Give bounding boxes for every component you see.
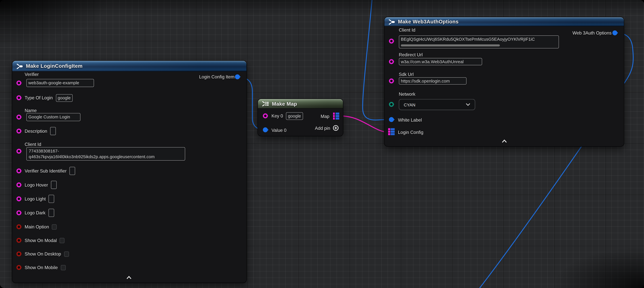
login-config-label: Login Config bbox=[398, 130, 424, 135]
logo-dark-input[interactable] bbox=[48, 209, 54, 217]
value-0-pin[interactable] bbox=[263, 127, 268, 132]
redirect-url-label: Redirect Url bbox=[399, 52, 422, 57]
node-title: Make Web3AuthOptions bbox=[398, 19, 458, 25]
show-on-desktop-label: Show On Desktop bbox=[25, 251, 61, 256]
show-on-mobile-pin[interactable] bbox=[16, 265, 21, 270]
name-pin[interactable] bbox=[16, 115, 21, 120]
login-config-item-out-pin[interactable] bbox=[235, 74, 240, 79]
type-of-login-pin[interactable] bbox=[16, 95, 21, 100]
collapse-node-button[interactable] bbox=[502, 139, 507, 143]
login-config-pin[interactable] bbox=[388, 128, 394, 135]
client-id-input[interactable]: BEglQSgt4cUWcj6SKRdu5QkOXTsePmMcusG5EAoy… bbox=[399, 35, 559, 49]
client-id-value: 774338308167-q463s7kpvja16l4l0kko3nb925i… bbox=[27, 148, 185, 161]
chevron-down-icon bbox=[466, 103, 470, 106]
key-0-input[interactable]: google bbox=[286, 112, 303, 120]
key-0-label: Key 0 bbox=[272, 113, 283, 118]
description-pin[interactable] bbox=[16, 129, 21, 134]
show-on-modal-pin[interactable] bbox=[16, 238, 21, 243]
redirect-url-input[interactable]: w3a://com.w3a.Web3AuthUnreal bbox=[399, 58, 482, 65]
description-label: Description bbox=[25, 129, 48, 134]
show-on-modal-label: Show On Modal bbox=[25, 238, 57, 243]
verifier-value: web3auth-google-example bbox=[27, 79, 94, 86]
map-output-pin[interactable] bbox=[333, 113, 339, 119]
type-of-login-input[interactable]: google bbox=[56, 94, 73, 102]
client-id-label: Client Id bbox=[25, 142, 41, 147]
white-label-pin[interactable] bbox=[389, 117, 394, 122]
description-input[interactable] bbox=[50, 127, 56, 135]
make-struct-icon bbox=[16, 63, 24, 69]
verifier-pin[interactable] bbox=[16, 81, 21, 86]
output-label: Web 3Auth Options bbox=[572, 31, 612, 36]
key-0-value: google bbox=[288, 113, 301, 118]
verifier-sub-identifier-input[interactable] bbox=[70, 167, 75, 175]
client-id-pin[interactable] bbox=[16, 149, 21, 154]
logo-hover-pin[interactable] bbox=[16, 182, 21, 187]
node-title: Make LoginConfigItem bbox=[26, 63, 82, 69]
main-option-label: Main Option bbox=[25, 224, 49, 229]
add-pin-label: Add pin bbox=[315, 126, 330, 131]
logo-dark-pin[interactable] bbox=[16, 210, 21, 215]
blueprint-editor: Make LoginConfigItem Login Config Item V… bbox=[0, 0, 644, 288]
network-pin[interactable] bbox=[389, 102, 394, 107]
client-id-scrollbar[interactable] bbox=[401, 44, 500, 46]
network-label: Network bbox=[399, 92, 415, 97]
web3auth-options-out-pin[interactable] bbox=[612, 31, 618, 36]
logo-light-label: Logo Light bbox=[25, 196, 46, 201]
name-value: Google Custom Login bbox=[27, 113, 80, 120]
make-struct-icon bbox=[388, 19, 396, 25]
logo-hover-label: Logo Hover bbox=[25, 182, 48, 187]
sdk-url-pin[interactable] bbox=[389, 78, 394, 83]
node-make-map[interactable]: Make Map Key 0 google Value 0 Map Add pi… bbox=[258, 99, 343, 136]
make-map-icon bbox=[262, 101, 269, 107]
verifier-input[interactable]: web3auth-google-example bbox=[26, 79, 94, 87]
show-on-mobile-checkbox[interactable] bbox=[61, 265, 66, 270]
main-option-pin[interactable] bbox=[16, 224, 21, 229]
redirect-url-value: w3a://com.w3a.Web3AuthUnreal bbox=[399, 58, 482, 65]
show-on-modal-checkbox[interactable] bbox=[60, 238, 65, 243]
sdk-url-label: Sdk Url bbox=[399, 72, 414, 77]
redirect-url-pin[interactable] bbox=[389, 59, 394, 64]
logo-hover-input[interactable] bbox=[51, 181, 56, 189]
client-id-value: BEglQSgt4cUWcj6SKRdu5QkOXTsePmMcusG5EAoy… bbox=[399, 36, 558, 42]
circle-plus-icon bbox=[333, 125, 339, 131]
add-pin-button[interactable]: Add pin bbox=[315, 125, 339, 131]
node-title: Make Map bbox=[272, 101, 297, 107]
client-id-pin[interactable] bbox=[389, 39, 394, 44]
verifier-sub-identifier-label: Verifier Sub Identifier bbox=[25, 168, 67, 173]
node-header[interactable]: Make Map bbox=[258, 99, 343, 109]
node-make-web3auth-options[interactable]: Make Web3AuthOptions Web 3Auth Options C… bbox=[384, 17, 624, 146]
node-header[interactable]: Make LoginConfigItem bbox=[12, 61, 246, 71]
node-header[interactable]: Make Web3AuthOptions bbox=[384, 17, 624, 26]
show-on-desktop-pin[interactable] bbox=[16, 251, 21, 256]
type-of-login-label: Type Of Login bbox=[25, 95, 53, 100]
logo-dark-label: Logo Dark bbox=[25, 210, 46, 215]
verifier-sub-identifier-pin[interactable] bbox=[16, 168, 21, 173]
network-selected-value: CYAN bbox=[404, 102, 416, 107]
logo-light-pin[interactable] bbox=[16, 196, 21, 201]
main-option-checkbox[interactable] bbox=[52, 224, 57, 229]
verifier-label: Verifier bbox=[25, 72, 39, 77]
value-0-label: Value 0 bbox=[272, 128, 286, 133]
show-on-mobile-label: Show On Mobile bbox=[25, 265, 58, 270]
type-of-login-value: google bbox=[58, 95, 71, 100]
name-label: Name bbox=[25, 108, 37, 113]
client-id-input[interactable]: 774338308167-q463s7kpvja16l4l0kko3nb925i… bbox=[26, 147, 185, 161]
show-on-desktop-checkbox[interactable] bbox=[64, 251, 69, 256]
sdk-url-value: https://sdk.openlogin.com bbox=[399, 78, 466, 84]
white-label-label: White Label bbox=[398, 118, 422, 123]
network-dropdown[interactable]: CYAN bbox=[399, 99, 475, 110]
output-label: Login Config Item bbox=[199, 74, 234, 79]
name-input[interactable]: Google Custom Login bbox=[26, 113, 80, 121]
logo-light-input[interactable] bbox=[49, 195, 54, 203]
key-0-pin[interactable] bbox=[263, 113, 268, 118]
client-id-label: Client Id bbox=[399, 28, 415, 33]
map-output-label: Map bbox=[320, 114, 329, 119]
node-make-login-config-item[interactable]: Make LoginConfigItem Login Config Item V… bbox=[12, 61, 246, 282]
sdk-url-input[interactable]: https://sdk.openlogin.com bbox=[399, 77, 466, 85]
collapse-node-button[interactable] bbox=[126, 276, 132, 279]
